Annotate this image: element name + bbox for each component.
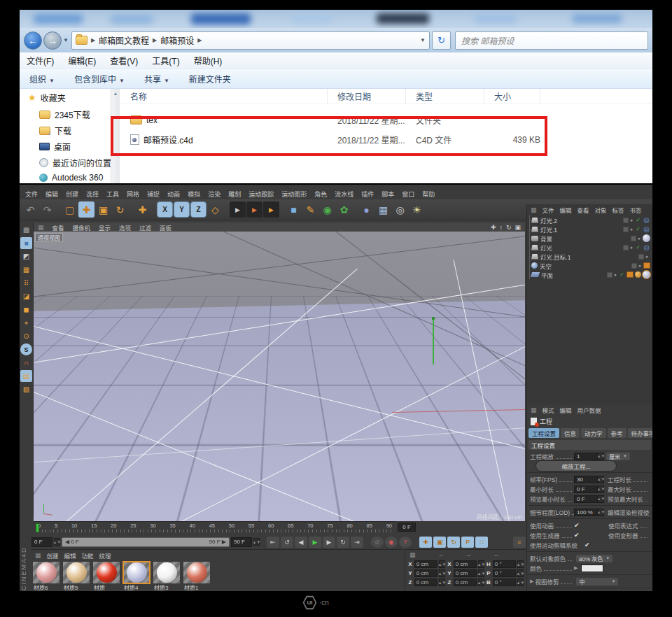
- object-tag-icon[interactable]: [635, 244, 641, 250]
- playhead[interactable]: [36, 523, 39, 532]
- play-button[interactable]: ▶: [309, 537, 321, 548]
- pan-view-icon[interactable]: ✚: [491, 224, 496, 231]
- undo-icon[interactable]: ↶: [22, 201, 38, 218]
- column-header-size[interactable]: 大小: [484, 89, 540, 104]
- viewport[interactable]: ▦ 查看摄像机显示选项过滤面板 ✚↕↻▣ 透视视图: [34, 222, 525, 521]
- record-off-icon[interactable]: ⊘: [371, 537, 384, 548]
- visibility-dots-icon[interactable]: ●: [630, 245, 634, 250]
- object-tag-icon[interactable]: [643, 271, 650, 278]
- default-color-dropdown[interactable]: 80% 灰色▼: [576, 555, 612, 562]
- layer-square-icon[interactable]: [623, 245, 629, 250]
- menu-item[interactable]: 选择: [86, 190, 99, 199]
- menu-item[interactable]: 运动图形: [281, 190, 307, 199]
- visibility-dots-icon[interactable]: ●: [645, 254, 649, 259]
- add-deformer-icon[interactable]: ✿: [336, 201, 352, 218]
- toggle-view-icon[interactable]: ▣: [514, 224, 521, 231]
- points-mode-icon[interactable]: ⠿: [20, 277, 32, 289]
- rotation-input[interactable]: 0 °: [493, 569, 516, 577]
- om-menu-item[interactable]: 编辑: [560, 206, 572, 214]
- layer-square-icon[interactable]: [607, 272, 612, 278]
- menu-item[interactable]: 渲染: [208, 190, 220, 199]
- goto-start-button[interactable]: ⇤: [267, 537, 279, 548]
- material-item[interactable]: 材质: [93, 562, 121, 591]
- key-scale-button[interactable]: ▣: [433, 537, 446, 548]
- project-scale-input[interactable]: 1: [574, 453, 598, 460]
- menu-item[interactable]: 流水线: [335, 190, 354, 199]
- forward-button[interactable]: →: [43, 31, 62, 50]
- timeline-layout-button[interactable]: ≡: [513, 537, 526, 548]
- sidebar-item[interactable]: 下载: [20, 122, 111, 139]
- sidebar-item[interactable]: 2345下载: [20, 106, 111, 122]
- viewport-menu-item[interactable]: 摄像机: [73, 223, 91, 232]
- viewport-menu-item[interactable]: 显示: [99, 223, 111, 232]
- menu-item[interactable]: 创建: [66, 190, 78, 199]
- view-clipping-dropdown[interactable]: 中▼: [576, 578, 618, 586]
- object-row[interactable]: 天空 ●: [527, 261, 652, 270]
- menu-item[interactable]: 运动跟踪: [248, 190, 274, 199]
- lod-input[interactable]: 100 %: [574, 509, 598, 516]
- object-tag-icon[interactable]: [643, 225, 650, 233]
- menu-item[interactable]: 网格: [127, 190, 139, 199]
- material-thumbnail[interactable]: [123, 562, 150, 583]
- rotate-tool-icon[interactable]: ↻: [112, 201, 128, 218]
- menu-item[interactable]: 雕刻: [228, 190, 241, 199]
- breadcrumb-segment[interactable]: 邮箱图文教程: [99, 34, 149, 46]
- viewport-menu-item[interactable]: 选项: [119, 223, 131, 232]
- polygons-mode-icon[interactable]: ◼: [20, 304, 32, 315]
- object-row[interactable]: 灯光 ●: [527, 243, 652, 252]
- menu-item[interactable]: 查看(V): [110, 55, 138, 66]
- breadcrumb[interactable]: ▶ 邮箱图文教程 ▶ 邮箱预设 ▶ ▼: [71, 31, 430, 50]
- workplane-lock-icon[interactable]: ▤: [20, 370, 32, 382]
- material-thumbnail[interactable]: [153, 562, 180, 583]
- add-generator-icon[interactable]: ◉: [319, 201, 335, 218]
- rotation-input[interactable]: 0 °: [493, 560, 516, 568]
- use-animation-checkbox[interactable]: ✔: [574, 522, 605, 529]
- nav-history-dropdown-icon[interactable]: ▼: [63, 37, 69, 43]
- viewport-label[interactable]: 透视视图: [35, 233, 63, 242]
- menu-item[interactable]: 工具: [106, 190, 119, 199]
- section-header[interactable]: 工程设置: [528, 440, 651, 450]
- layer-square-icon[interactable]: [631, 236, 636, 241]
- add-floor-icon[interactable]: ▦: [375, 201, 391, 218]
- visibility-dots-icon[interactable]: ●: [614, 272, 617, 277]
- menu-item[interactable]: 工具(T): [152, 55, 179, 66]
- viewport-menu-item[interactable]: 面板: [160, 223, 172, 232]
- model-mode-icon[interactable]: ■: [20, 237, 32, 249]
- menu-item[interactable]: 窗口: [402, 190, 414, 199]
- sidebar-item[interactable]: Autodesk 360: [20, 171, 111, 183]
- lock-y-icon[interactable]: Y: [174, 201, 190, 218]
- scale-mode-dropdown[interactable]: --: [467, 552, 470, 558]
- material-menu-item[interactable]: 功能: [82, 551, 94, 560]
- prev-frame-button[interactable]: ◀: [295, 537, 307, 548]
- menu-item[interactable]: 插件: [361, 190, 374, 199]
- rotate-view-icon[interactable]: ↻: [506, 224, 512, 231]
- layer-square-icon[interactable]: [631, 263, 637, 269]
- command-button[interactable]: 新建文件夹▼: [189, 73, 231, 85]
- layer-square-icon[interactable]: [623, 227, 629, 232]
- snap-magnet-icon[interactable]: ∩: [20, 357, 32, 369]
- material-item[interactable]: 材质5: [63, 562, 91, 591]
- material-thumbnail[interactable]: [183, 562, 210, 583]
- last-tool-icon[interactable]: ✚: [134, 201, 150, 218]
- texture-mode-icon[interactable]: ◩: [20, 250, 32, 262]
- add-environment-icon[interactable]: ●: [358, 201, 374, 218]
- column-header-date[interactable]: 修改日期: [328, 89, 406, 104]
- attribute-tab[interactable]: 动力学: [581, 428, 606, 438]
- viewport-menu-item[interactable]: 查看: [52, 223, 64, 232]
- object-tag-icon[interactable]: [643, 243, 650, 251]
- axis-mode-icon[interactable]: ⌖: [20, 317, 32, 329]
- soft-selection-icon[interactable]: S: [20, 343, 32, 355]
- visibility-dots-icon[interactable]: ●: [630, 218, 634, 222]
- menu-item[interactable]: 帮助: [422, 190, 435, 199]
- render-view-icon[interactable]: ▶: [230, 201, 246, 218]
- menu-item[interactable]: 文件(F): [27, 55, 54, 66]
- add-light-icon[interactable]: ☀: [409, 201, 425, 218]
- address-dropdown-icon[interactable]: ▼: [420, 37, 426, 43]
- key-pla-button[interactable]: P: [461, 537, 474, 548]
- breadcrumb-segment[interactable]: 邮箱预设: [160, 34, 194, 46]
- material-thumbnail[interactable]: [33, 562, 59, 583]
- layer-square-icon[interactable]: [638, 254, 644, 260]
- object-row[interactable]: 灯光.2 ●: [527, 215, 652, 225]
- object-tag-icon[interactable]: [635, 271, 641, 278]
- add-camera-icon[interactable]: ◎: [392, 201, 408, 218]
